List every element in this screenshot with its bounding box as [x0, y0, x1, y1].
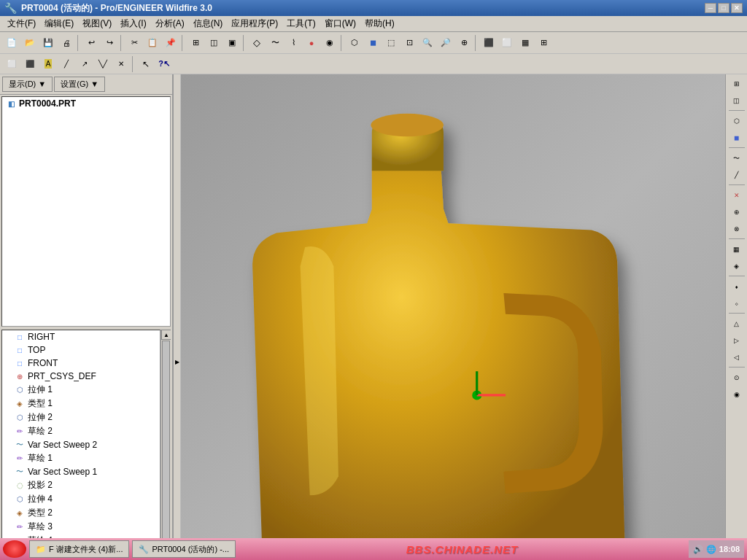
tree-item[interactable]: ⊕PRT_CSYS_DEF [2, 370, 160, 383]
tree-item[interactable]: ✏草绘 3 [2, 520, 160, 534]
rt-btn-6[interactable]: ╱ [728, 167, 746, 183]
view-btn1[interactable]: ⬚ [382, 34, 400, 52]
rt-btn-15[interactable]: ▷ [728, 332, 746, 349]
menu-item-p[interactable]: 应用程序(P) [227, 16, 282, 31]
new-button[interactable]: 📄 [3, 34, 20, 52]
tb2-btn1[interactable]: ⬜ [3, 55, 20, 73]
panel-expand-left[interactable]: ▶ [174, 74, 181, 560]
plane-icon: □ [14, 357, 26, 369]
rt-btn-5[interactable]: 〜 [728, 150, 746, 166]
show-settings-button[interactable]: 设置(G) ▼ [54, 77, 105, 92]
tree-item[interactable]: ✏草绘 2 [2, 424, 160, 438]
start-button[interactable] [3, 540, 26, 558]
menu-item-e[interactable]: 编辑(E) [40, 16, 78, 31]
render-btn[interactable]: ⬛ [480, 34, 498, 52]
render-btn2[interactable]: ⬜ [498, 34, 516, 52]
redo-button[interactable]: ↪ [101, 34, 118, 52]
maximize-button[interactable]: □ [718, 3, 729, 13]
surface-btn2[interactable]: ◼ [364, 34, 382, 52]
tree-item[interactable]: ✏草绘 1 [2, 451, 160, 465]
tree-item[interactable]: ⬡拉伸 2 [2, 411, 160, 424]
help-btn[interactable]: ?↖ [155, 55, 173, 73]
feature-tree[interactable]: ◧ PRT0004.PRT [1, 96, 171, 327]
sketch-btn2[interactable]: 〜 [266, 34, 284, 52]
tree-item[interactable]: □RIGHT [2, 330, 160, 343]
cursor-btn[interactable]: ↖ [137, 55, 155, 73]
taskbar-tray: 🔊 🌐 18:08 [689, 540, 744, 558]
view1-button[interactable]: ◫ [205, 34, 222, 52]
minimize-button[interactable]: ─ [705, 3, 716, 13]
menu-item-h[interactable]: 帮助(H) [360, 16, 399, 31]
sketch-btn3[interactable]: ⌇ [285, 34, 302, 52]
menu-item-i[interactable]: 插入(I) [116, 16, 150, 31]
rt-btn-1[interactable]: ⊞ [728, 76, 746, 92]
tb2-btn5[interactable]: ↗ [76, 55, 93, 73]
menu-item-a[interactable]: 分析(A) [151, 16, 189, 31]
tree-item[interactable]: □TOP [2, 343, 160, 357]
copy-button[interactable]: 📋 [144, 34, 161, 52]
sketch-btn5[interactable]: ◉ [321, 34, 338, 52]
rt-btn-16[interactable]: ◁ [728, 349, 746, 365]
tb2-btn2[interactable]: ⬛ [21, 55, 39, 73]
view-btn2[interactable]: ⊡ [400, 34, 418, 52]
view2-button[interactable]: ▣ [223, 34, 241, 52]
rt-btn-2[interactable]: ◫ [728, 93, 746, 109]
tree-item[interactable]: ⬡拉伸 1 [2, 383, 160, 397]
tree-item[interactable]: □FRONT [2, 357, 160, 370]
taskbar-app-btn[interactable]: 🔧 PRT0004 (活动的) -... [132, 540, 236, 558]
rt-btn-12[interactable]: ⬧ [728, 279, 746, 295]
tree-item[interactable]: ◈类型 1 [2, 397, 160, 411]
rt-sep-7 [729, 367, 745, 368]
menu-item-f[interactable]: 文件(F) [3, 16, 40, 31]
save-button[interactable]: 💾 [39, 34, 57, 52]
tree-item[interactable]: 〜Var Sect Sweep 2 [2, 438, 160, 451]
rt-btn-13[interactable]: ⬦ [728, 295, 746, 311]
surface-btn[interactable]: ⬡ [346, 34, 363, 52]
show-display-button[interactable]: 显示(D) ▼ [2, 77, 53, 92]
toolbar-sep-4 [243, 35, 246, 51]
tree-item[interactable]: ◌投影 2 [2, 478, 160, 492]
close-button[interactable]: ✕ [731, 3, 743, 13]
paste-button[interactable]: 📌 [162, 34, 179, 52]
menu-item-w[interactable]: 窗口(W) [320, 16, 360, 31]
menu-item-n[interactable]: 信息(N) [189, 16, 228, 31]
tree-scrollbar[interactable]: ▲ ▼ [160, 330, 171, 559]
zoom100[interactable]: ⊕ [455, 34, 473, 52]
tb2-btn4[interactable]: ╱ [58, 55, 75, 73]
undo-button[interactable]: ↩ [82, 34, 100, 52]
refit-button[interactable]: ⊞ [187, 34, 204, 52]
tree-item[interactable]: ⬡拉伸 4 [2, 492, 160, 506]
tree-item-label: Var Sect Sweep 2 [28, 440, 97, 450]
zoom-out[interactable]: 🔍 [419, 34, 436, 52]
3d-viewport[interactable]: BBS.CHINADE.NET [181, 74, 725, 560]
tree-item[interactable]: 〜Var Sect Sweep 1 [2, 465, 160, 478]
rt-btn-18[interactable]: ◉ [728, 386, 746, 402]
scroll-up-arrow[interactable]: ▲ [161, 330, 171, 340]
render-btn4[interactable]: ⊞ [535, 34, 552, 52]
menu-item-v[interactable]: 视图(V) [78, 16, 116, 31]
tb2-btn7[interactable]: ✕ [112, 55, 130, 73]
scroll-thumb[interactable] [162, 341, 170, 548]
open-button[interactable]: 📂 [21, 34, 39, 52]
rt-btn-11[interactable]: ◈ [728, 258, 746, 274]
rt-btn-3[interactable]: ⬡ [728, 113, 746, 129]
rt-btn-17[interactable]: ⊙ [728, 370, 746, 386]
taskbar-folder-btn[interactable]: 📁 F 谢建文件夹 (4)新... [29, 540, 129, 558]
rt-btn-9[interactable]: ⊗ [728, 221, 746, 237]
sketch-btn[interactable]: ◇ [248, 34, 266, 52]
print-button[interactable]: 🖨 [58, 34, 75, 52]
sketch-btn4[interactable]: ● [303, 34, 320, 52]
cut-button[interactable]: ✂ [125, 34, 143, 52]
tree-root[interactable]: ◧ PRT0004.PRT [2, 97, 170, 110]
tb2-btn3[interactable]: A [39, 55, 57, 73]
menu-item-t[interactable]: 工具(T) [282, 16, 320, 31]
tb2-btn6[interactable]: ╲╱ [94, 55, 112, 73]
rt-btn-7[interactable]: ✕ [728, 187, 746, 203]
rt-btn-8[interactable]: ⊕ [728, 204, 746, 220]
tree-item[interactable]: ◈类型 2 [2, 506, 160, 520]
rt-btn-4[interactable]: ◼ [728, 130, 746, 146]
render-btn3[interactable]: ▦ [516, 34, 534, 52]
zoom-in[interactable]: 🔎 [437, 34, 454, 52]
rt-btn-14[interactable]: △ [728, 316, 746, 332]
rt-btn-10[interactable]: ▦ [728, 241, 746, 257]
